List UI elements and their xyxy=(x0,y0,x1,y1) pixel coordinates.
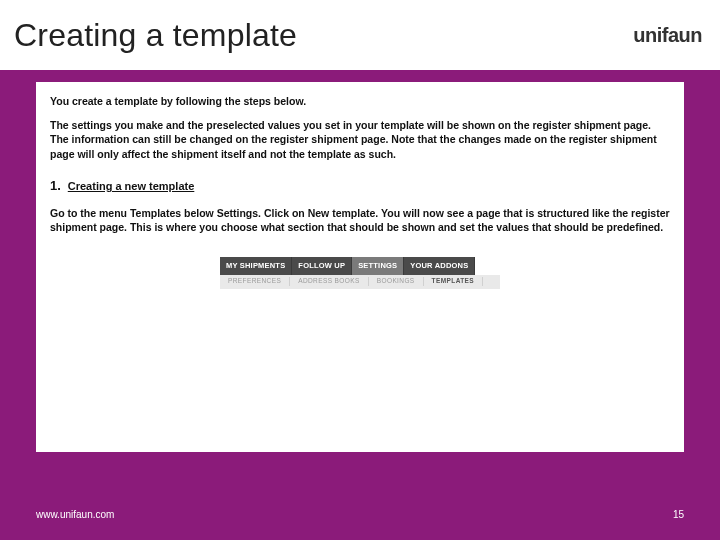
sub-tabs: PREFERENCES ADDRESS BOOKS BOOKINGS TEMPL… xyxy=(220,275,500,289)
tab-follow-up[interactable]: FOLLOW UP xyxy=(292,257,352,275)
step-title: Creating a new template xyxy=(68,180,195,192)
header-bar: Creating a template unifaun xyxy=(0,0,720,70)
intro-text: You create a template by following the s… xyxy=(50,94,670,108)
footer-url: www.unifaun.com xyxy=(36,509,114,520)
tab-my-shipments[interactable]: MY SHIPMENTS xyxy=(220,257,292,275)
menu-screenshot: MY SHIPMENTS FOLLOW UP SETTINGS YOUR ADD… xyxy=(220,257,500,289)
brand-logo: unifaun xyxy=(633,24,702,47)
main-tabs: MY SHIPMENTS FOLLOW UP SETTINGS YOUR ADD… xyxy=(220,257,500,275)
footer-page-number: 15 xyxy=(673,509,684,520)
subtab-preferences[interactable]: PREFERENCES xyxy=(220,277,290,286)
step-number: 1. xyxy=(50,178,61,193)
subtab-bookings[interactable]: BOOKINGS xyxy=(369,277,424,286)
slide: Creating a template unifaun You create a… xyxy=(0,0,720,540)
tab-your-addons[interactable]: YOUR ADDONS xyxy=(404,257,475,275)
explain-text: The settings you make and the preselecte… xyxy=(50,118,670,161)
step-heading: 1. Creating a new template xyxy=(50,177,670,195)
tab-settings[interactable]: SETTINGS xyxy=(352,257,404,275)
content-card: You create a template by following the s… xyxy=(36,82,684,452)
page-title: Creating a template xyxy=(14,17,297,54)
subtab-address-books[interactable]: ADDRESS BOOKS xyxy=(290,277,369,286)
subtab-templates[interactable]: TEMPLATES xyxy=(424,277,483,286)
step-body-text: Go to the menu Templates below Settings.… xyxy=(50,206,670,234)
